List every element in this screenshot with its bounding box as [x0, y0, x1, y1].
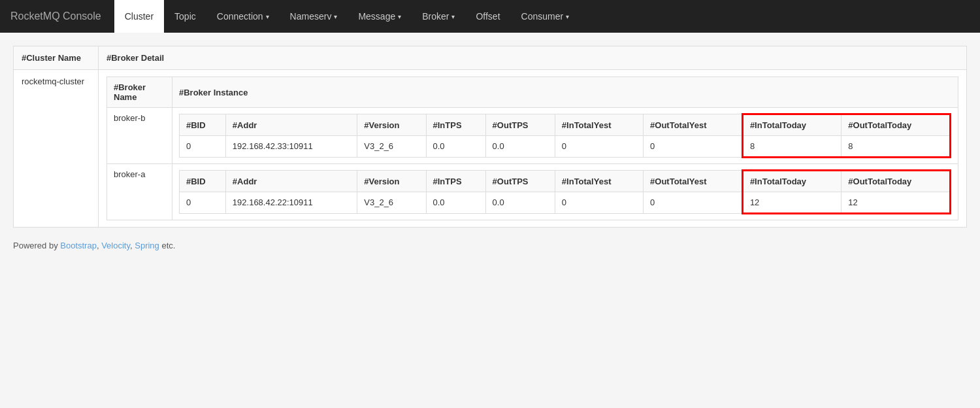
brand-logo[interactable]: RocketMQ Console	[10, 10, 101, 22]
broker-a-inner-table: #BID #Addr #Version #InTPS #OutTPS #InTo…	[179, 169, 951, 214]
broker-a-outtps: 0.0	[485, 192, 555, 214]
broker-b-instance-cell: #BID #Addr #Version #InTPS #OutTPS #InTo…	[172, 108, 958, 164]
broker-b-inner-table: #BID #Addr #Version #InTPS #OutTPS #InTo…	[179, 113, 951, 158]
col-intps: #InTPS	[426, 171, 485, 192]
outer-col-cluster-name: #Cluster Name	[14, 46, 99, 70]
broker-b-intps: 0.0	[426, 136, 485, 158]
footer-link-velocity[interactable]: Velocity	[101, 241, 130, 250]
nav-item-offset[interactable]: Offset	[465, 0, 510, 33]
col-outtotalyest: #OutTotalYest	[644, 114, 743, 136]
broker-a-intps: 0.0	[426, 192, 485, 214]
caret-icon: ▾	[566, 13, 569, 20]
col-outtotaltoday: #OutTotalToday	[841, 171, 951, 192]
broker-b-name: broker-b	[107, 108, 172, 164]
broker-b-intotaltoday: 8	[742, 136, 841, 158]
middle-table: #Broker Name #Broker Instance broker-b	[106, 76, 958, 220]
cluster-name-cell: rocketmq-cluster	[14, 70, 99, 228]
broker-a-intotaltoday: 12	[742, 192, 841, 214]
broker-b-intotalyest: 0	[555, 136, 643, 158]
col-intps: #InTPS	[426, 114, 485, 136]
nav-item-message[interactable]: Message ▾	[348, 0, 412, 33]
broker-a-row: broker-a #BID #Addr #Version	[107, 164, 958, 220]
broker-a-outtotaltoday: 12	[841, 192, 951, 214]
broker-a-name: broker-a	[107, 164, 172, 220]
nav-item-connection[interactable]: Connection ▾	[206, 0, 280, 33]
broker-b-bid: 0	[180, 136, 226, 158]
broker-a-version: V3_2_6	[357, 192, 426, 214]
broker-b-version: V3_2_6	[357, 136, 426, 158]
col-intotalyest: #InTotalYest	[555, 114, 643, 136]
caret-icon: ▾	[398, 13, 401, 20]
navbar: RocketMQ Console Cluster Topic Connectio…	[0, 0, 980, 33]
col-addr: #Addr	[225, 171, 357, 192]
broker-b-outtps: 0.0	[485, 136, 555, 158]
broker-a-addr: 192.168.42.22:10911	[225, 192, 357, 214]
col-version: #Version	[357, 171, 426, 192]
cluster-name-value: rocketmq-cluster	[22, 76, 84, 86]
footer-link-bootstrap[interactable]: Bootstrap	[60, 241, 97, 250]
broker-b-addr: 192.168.42.33:10911	[225, 136, 357, 158]
main-content: #Cluster Name #Broker Detail rocketmq-cl…	[0, 33, 980, 228]
middle-col-broker-name: #Broker Name	[107, 77, 172, 108]
outer-table: #Cluster Name #Broker Detail rocketmq-cl…	[13, 46, 967, 228]
middle-col-broker-instance: #Broker Instance	[172, 77, 958, 108]
col-bid: #BID	[180, 114, 226, 136]
nav-item-nameserv[interactable]: Nameserv ▾	[280, 0, 348, 33]
outer-table-row: rocketmq-cluster #Broker Name #Broker In…	[14, 70, 967, 228]
col-outtotaltoday: #OutTotalToday	[841, 114, 951, 136]
col-outtotalyest: #OutTotalYest	[644, 171, 743, 192]
outer-col-broker-detail: #Broker Detail	[99, 46, 967, 70]
footer-text-before: Powered by	[13, 241, 60, 250]
col-intotaltoday: #InTotalToday	[742, 171, 841, 192]
broker-a-data-row: 0 192.168.42.22:10911 V3_2_6 0.0 0.0 0 0	[180, 192, 951, 214]
broker-b-data-row: 0 192.168.42.33:10911 V3_2_6 0.0 0.0 0 0	[180, 136, 951, 158]
col-bid: #BID	[180, 171, 226, 192]
col-intotaltoday: #InTotalToday	[742, 114, 841, 136]
broker-b-outtotaltoday: 8	[841, 136, 951, 158]
caret-icon: ▾	[451, 13, 455, 20]
col-outtps: #OutTPS	[485, 171, 555, 192]
broker-a-intotalyest: 0	[555, 192, 643, 214]
nav-item-topic[interactable]: Topic	[164, 0, 206, 33]
nav-item-consumer[interactable]: Consumer ▾	[511, 0, 580, 33]
nav-item-broker[interactable]: Broker ▾	[412, 0, 465, 33]
caret-icon: ▾	[334, 13, 337, 20]
col-addr: #Addr	[225, 114, 357, 136]
footer: Powered by Bootstrap, Velocity, Spring e…	[0, 228, 980, 264]
broker-b-row: broker-b #BID #Addr	[107, 108, 958, 164]
broker-b-outtotalyest: 0	[644, 136, 743, 158]
footer-link-spring[interactable]: Spring	[135, 241, 159, 250]
broker-a-outtotalyest: 0	[644, 192, 743, 214]
col-version: #Version	[357, 114, 426, 136]
nav-item-cluster[interactable]: Cluster	[114, 0, 164, 33]
col-outtps: #OutTPS	[485, 114, 555, 136]
broker-a-instance-cell: #BID #Addr #Version #InTPS #OutTPS #InTo…	[172, 164, 958, 220]
col-intotalyest: #InTotalYest	[555, 171, 643, 192]
broker-a-bid: 0	[180, 192, 226, 214]
caret-icon: ▾	[266, 13, 269, 20]
broker-detail-cell: #Broker Name #Broker Instance broker-b	[99, 70, 967, 228]
footer-text-after: etc.	[161, 241, 175, 250]
nav-menu: Cluster Topic Connection ▾ Nameserv ▾ Me…	[114, 0, 580, 33]
